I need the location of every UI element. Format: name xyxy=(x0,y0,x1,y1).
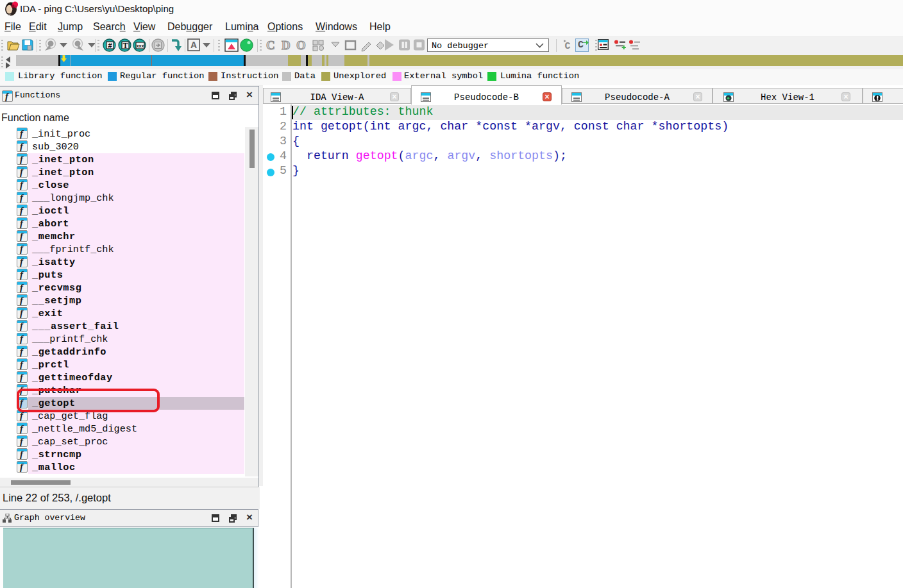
svg-text:#: # xyxy=(108,42,112,49)
svg-text:C: C xyxy=(266,38,275,52)
svg-text:C: C xyxy=(564,41,570,51)
svg-text:O: O xyxy=(296,38,306,52)
svg-text:D: D xyxy=(282,38,291,52)
svg-text:A: A xyxy=(190,40,197,50)
svg-text:xxx: xxx xyxy=(137,44,144,48)
svg-text:T: T xyxy=(122,41,128,50)
